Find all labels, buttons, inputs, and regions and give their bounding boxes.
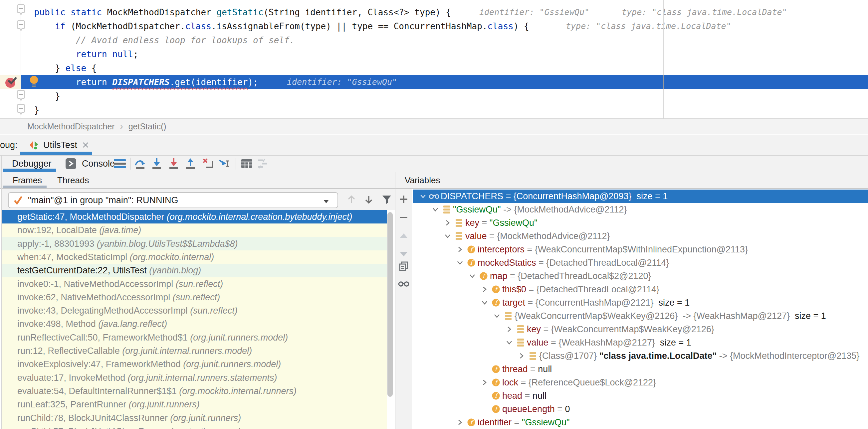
stack-frame[interactable]: runChild:57, BlockJUnit4ClassRunner (org…	[2, 425, 387, 429]
intention-bulb-icon[interactable]	[29, 75, 39, 89]
chevron-right-icon[interactable]	[479, 285, 490, 294]
variable-row[interactable]: fmockedStatics = {DetachedThreadLocal@21…	[413, 256, 868, 269]
chevron-down-icon[interactable]	[455, 258, 465, 267]
down-arrow-icon[interactable]	[362, 193, 375, 206]
chevron-right-icon[interactable]	[504, 325, 514, 334]
force-step-into-icon[interactable]	[166, 156, 181, 171]
fold-region-icon[interactable]	[16, 20, 26, 31]
drop-frame-icon[interactable]	[200, 156, 215, 171]
chevron-down-icon[interactable]	[504, 338, 514, 347]
variable-row[interactable]: fidentifier = "GssiewQu"	[413, 416, 868, 429]
move-down-icon[interactable]	[398, 248, 409, 259]
variable-row[interactable]: key = {WeakConcurrentMap$WeakKey@2126}	[413, 323, 868, 336]
variable-row[interactable]: ftarget = {ConcurrentHashMap@2121} size …	[413, 296, 868, 309]
variable-row[interactable]: value = {WeakHashMap@2127} size = 1	[413, 336, 868, 349]
thread-selector-row: "main"@1 in group "main": RUNNING	[2, 189, 395, 210]
code-editor[interactable]: public static MockMethodDispatcher getSt…	[0, 0, 868, 119]
stack-frame[interactable]: runLeaf:325, ParentRunner (org.junit.run…	[2, 398, 387, 411]
stack-frame[interactable]: testGetCurrentDate:22, UtilsTest (yanbin…	[2, 264, 387, 277]
variable-row[interactable]: fqueueLength = 0	[413, 402, 868, 416]
field-icon: f	[490, 284, 502, 294]
chevron-right-icon[interactable]	[517, 352, 527, 360]
close-icon[interactable]	[81, 141, 90, 149]
active-tab-indicator	[3, 186, 46, 188]
stack-frame[interactable]: invoke:498, Method (java.lang.reflect)	[2, 317, 387, 331]
thread-dropdown[interactable]: "main"@1 in group "main": RUNNING	[8, 192, 338, 208]
stack-frame[interactable]: invoke:43, DelegatingMethodAccessorImpl …	[2, 304, 387, 318]
stack-frame[interactable]: evaluate:54, DefaultInternalRunner$1$1 (…	[2, 385, 387, 398]
field-icon: f	[490, 391, 502, 401]
tab-threads[interactable]: Threads	[57, 172, 89, 188]
run-tab-label: UtilsTest	[43, 140, 77, 150]
chevron-down-icon[interactable]	[418, 192, 428, 201]
execution-line: return DISPATCHERS.get(identifier);ident…	[0, 75, 868, 89]
stack-frame[interactable]: evaluate:17, InvokeMethod (org.junit.int…	[2, 371, 387, 385]
add-watch-icon[interactable]	[398, 194, 409, 205]
stack-frame[interactable]: runChild:78, BlockJUnit4ClassRunner (org…	[2, 411, 387, 425]
variable-row[interactable]: fmap = {DetachedThreadLocal$2@2120}	[413, 269, 868, 283]
fold-region-icon[interactable]	[16, 90, 26, 101]
variable-row[interactable]: fhead = null	[413, 389, 868, 402]
chevron-right-icon[interactable]	[455, 418, 465, 427]
layout-options-icon[interactable]	[113, 156, 127, 171]
fold-region-icon[interactable]	[16, 4, 26, 15]
evaluate-expression-icon[interactable]	[239, 156, 254, 171]
stack-frame[interactable]: invokeExplosively:47, FrameworkMethod (o…	[2, 358, 387, 371]
console-icon	[65, 158, 76, 169]
stack-frame[interactable]: getStatic:47, MockMethodDispatcher (org.…	[2, 210, 387, 224]
right-margin-guide-highlight	[663, 75, 664, 89]
fold-region-icon[interactable]	[16, 104, 26, 115]
chevron-down-icon[interactable]	[430, 205, 440, 214]
breadcrumb-method[interactable]: getStatic()	[128, 122, 166, 131]
stack-frame[interactable]: runReflectiveCall:50, FrameworkMethod$1 …	[2, 331, 387, 344]
variable-row[interactable]: fthread = null	[413, 362, 868, 376]
variables-panel-title: Variables	[405, 172, 440, 188]
variable-row[interactable]: value = {MockMethodAdvice@2112}	[413, 229, 868, 243]
chevron-down-icon[interactable]	[467, 272, 477, 280]
up-arrow-icon[interactable]	[345, 193, 358, 206]
chevron-right-icon[interactable]	[443, 219, 453, 227]
variable-row[interactable]: flock = {ReferenceQueue$Lock@2122}	[413, 376, 868, 389]
stack-frame[interactable]: invoke:62, NativeMethodAccessorImpl (sun…	[2, 291, 387, 304]
stack-frame[interactable]: apply:-1, 88301993 (yanbin.blog.UtilsTes…	[2, 237, 387, 251]
breadcrumb-class[interactable]: MockMethodDispatcher	[27, 122, 115, 131]
breakpoint-verified-icon[interactable]	[4, 75, 19, 89]
map-entry-icon	[514, 337, 527, 348]
stack-frame[interactable]: now:192, LocalDate (java.time)	[2, 224, 387, 237]
inline-debug-hint: type: "class java.time.LocalDate"	[622, 5, 787, 19]
variable-row[interactable]: key = "GssiewQu"	[413, 216, 868, 229]
variable-row[interactable]: "GssiewQu" -> {MockMethodAdvice@2112}	[413, 203, 868, 216]
variable-row[interactable]: {WeakConcurrentMap$WeakKey@2126} -> {Wea…	[413, 309, 868, 323]
run-to-cursor-icon[interactable]	[217, 156, 231, 171]
duplicate-node-icon[interactable]	[398, 260, 409, 272]
stack-frame[interactable]: when:47, MockedStaticImpl (org.mockito.i…	[2, 251, 387, 264]
move-up-icon[interactable]	[398, 230, 409, 242]
stack-frame[interactable]: invoke0:-1, NativeMethodAccessorImpl (su…	[2, 277, 387, 291]
chevron-down-icon[interactable]	[443, 232, 453, 240]
panel-divider[interactable]	[395, 172, 395, 429]
step-out-icon[interactable]	[183, 156, 198, 171]
variable-row[interactable]: {Class@1707} "class java.time.LocalDate"…	[413, 349, 868, 362]
remove-watch-icon[interactable]	[398, 212, 409, 223]
trace-stream-icon[interactable]	[255, 156, 270, 171]
variable-row[interactable]: DISPATCHERS = {ConcurrentHashMap@2093} s…	[413, 190, 868, 203]
console-tab-label: Console	[82, 159, 115, 169]
show-watches-icon[interactable]	[398, 278, 409, 289]
chevron-down-icon[interactable]	[492, 311, 502, 320]
field-icon: f	[465, 244, 477, 255]
stack-frame[interactable]: run:12, ReflectiveCallable (org.junit.in…	[2, 344, 387, 358]
code-line: return null;	[0, 47, 868, 61]
frames-scrollbar[interactable]	[388, 212, 393, 397]
field-icon: f	[490, 377, 502, 388]
tab-console[interactable]: Console	[65, 156, 115, 172]
variable-row[interactable]: fthis$0 = {DetachedThreadLocal@2114}	[413, 283, 868, 296]
filter-icon[interactable]	[380, 193, 393, 206]
step-over-icon[interactable]	[133, 156, 148, 171]
map-entry-icon	[502, 311, 515, 321]
variable-row[interactable]: finterceptors = {WeakConcurrentMap$WithI…	[413, 243, 868, 256]
chevron-right-icon[interactable]	[479, 378, 490, 387]
chevron-right-icon[interactable]	[455, 245, 465, 254]
code-line: // Avoid endless loop for lookups of sel…	[0, 33, 868, 47]
step-into-icon[interactable]	[149, 156, 164, 171]
chevron-down-icon[interactable]	[479, 298, 490, 307]
